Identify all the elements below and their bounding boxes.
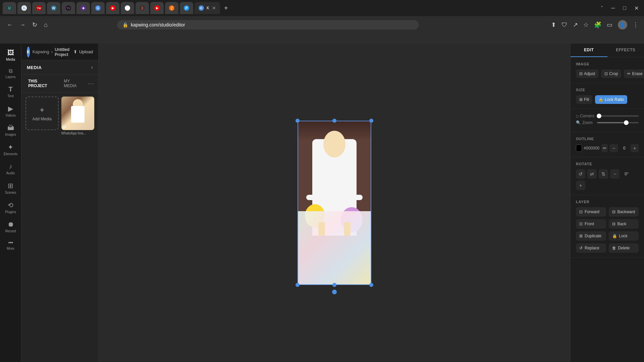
tab-tv[interactable]: TV bbox=[62, 2, 75, 14]
tab-upwork[interactable]: U bbox=[3, 2, 16, 14]
lock-button[interactable]: 🔒 Lock bbox=[609, 231, 639, 241]
tab-google1[interactable]: G bbox=[17, 2, 31, 14]
tab-arc[interactable]: ◈ bbox=[76, 2, 90, 14]
handle-top-left[interactable] bbox=[296, 119, 300, 123]
rotate-ccw-button[interactable]: ↺ bbox=[576, 169, 585, 179]
sidebar-item-scenes[interactable]: ⊞ Scenes bbox=[1, 179, 20, 197]
address-bar[interactable]: 🔒 kapwing.com/studio/editor bbox=[117, 20, 419, 29]
lock-ratio-button[interactable]: 🔒 Lock Ratio bbox=[595, 95, 627, 104]
fill-label: Fill bbox=[584, 97, 589, 102]
collapse-panel-button[interactable]: ‹ bbox=[91, 64, 93, 70]
outline-decrease-button[interactable]: − bbox=[610, 144, 618, 152]
rotate-decrease-button[interactable]: − bbox=[610, 169, 620, 179]
sidebar-item-videos[interactable]: ▶ Videos bbox=[1, 102, 20, 120]
upload-button[interactable]: ⬆ Upload bbox=[69, 47, 97, 56]
tab-favicon-git: ❯ bbox=[140, 5, 145, 11]
window-controls: ˅ ─ □ ✕ bbox=[598, 4, 641, 13]
close-button[interactable]: ✕ bbox=[632, 4, 641, 13]
crop-button[interactable]: ⊡ Crop bbox=[601, 69, 621, 78]
handle-top-center[interactable] bbox=[332, 119, 336, 123]
front-button[interactable]: ⊡ Front bbox=[576, 219, 606, 229]
tab-z[interactable]: Z bbox=[165, 2, 178, 14]
profile-avatar[interactable]: 👤 bbox=[618, 20, 627, 29]
adjust-button[interactable]: ⊟ Adjust bbox=[576, 69, 598, 78]
handle-rotate[interactable] bbox=[332, 290, 337, 294]
tab-tw[interactable]: TW bbox=[32, 2, 46, 14]
zoom-slider[interactable] bbox=[597, 122, 639, 123]
handle-top-right[interactable] bbox=[369, 119, 373, 123]
favorites-icon[interactable]: ☆ bbox=[583, 21, 589, 28]
menu-icon[interactable]: ⋮ bbox=[633, 21, 639, 28]
back-button[interactable]: ← bbox=[5, 20, 14, 30]
tab-this-project[interactable]: THIS PROJECT bbox=[25, 77, 58, 89]
back-button[interactable]: ⊟ Back bbox=[609, 219, 639, 229]
erase-button[interactable]: ✏ Erase bbox=[624, 69, 644, 78]
tab-edit[interactable]: EDIT bbox=[571, 44, 607, 57]
sidebar-item-images[interactable]: 🏔 Images bbox=[1, 121, 20, 139]
forward-button[interactable]: ⊡ Forward bbox=[576, 207, 606, 217]
media-more-button[interactable]: ⋯ bbox=[88, 77, 94, 89]
breadcrumb-separator: › bbox=[51, 49, 53, 54]
rotate-section-title: ROTATE bbox=[576, 162, 639, 166]
tab-gc[interactable] bbox=[121, 2, 134, 14]
tab-yt2[interactable]: ▶ bbox=[150, 2, 164, 14]
tab-yt[interactable]: ▶ bbox=[106, 2, 119, 14]
minimize-button[interactable]: ─ bbox=[608, 4, 618, 12]
tab-git[interactable]: ❯ bbox=[136, 2, 149, 14]
outline-section-title: OUTLINE bbox=[576, 137, 639, 141]
corners-slider[interactable] bbox=[597, 115, 639, 117]
home-button[interactable]: ⌂ bbox=[43, 20, 49, 30]
zoom-slider-thumb[interactable] bbox=[624, 120, 629, 125]
tab-my-media[interactable]: MY MEDIA bbox=[61, 77, 85, 89]
sidebar-icon[interactable]: ▭ bbox=[607, 21, 612, 28]
media-thumbnail-whatsapp[interactable]: 🎞 bbox=[61, 97, 95, 130]
add-media-button[interactable]: + Add Media bbox=[25, 97, 59, 130]
handle-bottom-center[interactable] bbox=[332, 283, 336, 287]
canvas-area[interactable] bbox=[99, 44, 570, 362]
duplicate-button[interactable]: ⊞ Duplicate bbox=[576, 231, 606, 241]
forward-button[interactable]: → bbox=[18, 20, 27, 30]
sidebar-item-audio[interactable]: ♪ Audio bbox=[1, 160, 20, 178]
tab-kapwing[interactable]: K K ✕ bbox=[195, 2, 220, 14]
rotate-increase-button[interactable]: + bbox=[576, 181, 585, 190]
kapwing-logo: K bbox=[27, 47, 30, 57]
sidebar-item-record[interactable]: ⏺ Record bbox=[1, 218, 20, 236]
sidebar-item-text[interactable]: T Text bbox=[1, 83, 20, 101]
handle-bottom-right[interactable] bbox=[369, 283, 373, 287]
layer-grid: ⊡ Forward ⊟ Backward ⊡ Front ⊟ Back bbox=[576, 207, 639, 229]
download-icon[interactable]: ⬆ bbox=[551, 21, 556, 28]
outline-controls: − 0 + bbox=[610, 144, 639, 152]
outline-color-swatch[interactable] bbox=[576, 144, 582, 152]
flip-v-button[interactable]: ⇅ bbox=[599, 169, 608, 179]
share-icon[interactable]: ↗ bbox=[573, 21, 578, 28]
flip-h-button[interactable]: ⇄ bbox=[587, 169, 597, 179]
backward-button[interactable]: ⊟ Backward bbox=[609, 207, 639, 217]
sidebar-item-media[interactable]: 🖼 Media bbox=[1, 46, 20, 64]
shield-icon[interactable]: 🛡 bbox=[561, 21, 568, 28]
media-item-whatsapp[interactable]: 🎞 WhatsApp Ima... bbox=[61, 97, 95, 135]
tab-wp[interactable]: W bbox=[47, 2, 60, 14]
sidebar-item-more[interactable]: ••• More bbox=[1, 237, 20, 253]
tab-effects[interactable]: EFFECTS bbox=[607, 44, 644, 57]
canvas-container[interactable] bbox=[298, 121, 371, 285]
media-grid: + Add Media 🎞 WhatsApp Ima... bbox=[21, 93, 98, 139]
extensions-icon[interactable]: 🧩 bbox=[594, 21, 601, 28]
delete-button[interactable]: 🗑 Delete bbox=[609, 243, 639, 253]
replace-button[interactable]: ↺ Replace bbox=[576, 243, 606, 253]
sidebar-item-elements[interactable]: ✦ Elements bbox=[1, 140, 20, 159]
color-picker-button[interactable]: ✏ bbox=[601, 144, 608, 152]
minimize-chevron-icon[interactable]: ˅ bbox=[598, 4, 606, 12]
tab-close-kapwing[interactable]: ✕ bbox=[212, 5, 216, 11]
tab-g2[interactable]: G bbox=[91, 2, 105, 14]
outline-increase-button[interactable]: + bbox=[631, 144, 639, 152]
tab-p[interactable]: P bbox=[180, 2, 193, 14]
reload-button[interactable]: ↻ bbox=[31, 20, 39, 30]
backward-label: Backward bbox=[618, 209, 635, 214]
sidebar-item-plugins[interactable]: ⟲ Plugins bbox=[1, 198, 20, 217]
corners-slider-thumb[interactable] bbox=[597, 114, 601, 118]
fill-button[interactable]: ⊞ Fill bbox=[576, 95, 592, 104]
handle-bottom-left[interactable] bbox=[296, 283, 300, 287]
sidebar-item-layers[interactable]: ⧉ Layers bbox=[1, 65, 20, 81]
maximize-button[interactable]: □ bbox=[620, 4, 629, 12]
new-tab-button[interactable]: + bbox=[221, 3, 231, 13]
